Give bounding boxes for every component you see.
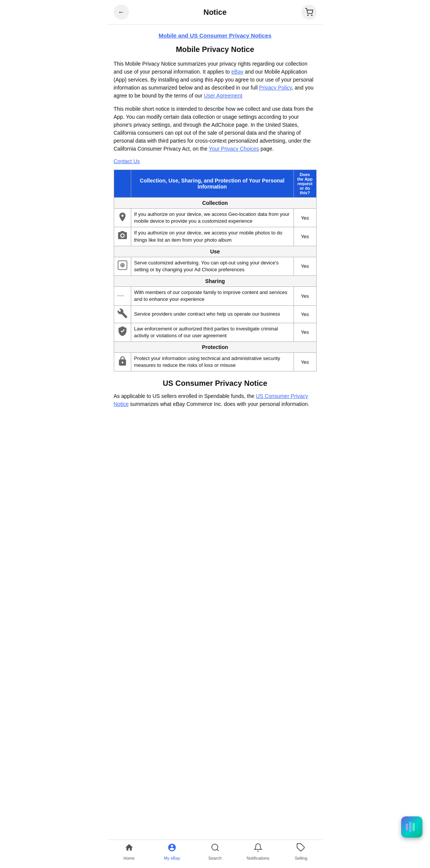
- main-content: Mobile and US Consumer Privacy Notices M…: [108, 25, 323, 459]
- corporate-desc: With members of our corporate family to …: [131, 287, 293, 305]
- table-main-header: Collection, Use, Sharing, and Protection…: [131, 170, 293, 198]
- lock-icon: [117, 356, 128, 366]
- us-consumer-privacy-link[interactable]: US Consumer Privacy Notice: [114, 393, 308, 407]
- location-icon: [117, 212, 128, 222]
- user-agreement-link[interactable]: User Agreement: [204, 93, 242, 99]
- us-consumer-text: As applicable to US sellers enrolled in …: [114, 392, 317, 408]
- corporate-icon: ebayinc: [117, 290, 128, 300]
- mobile-privacy-title: Mobile Privacy Notice: [114, 45, 317, 54]
- svg-point-1: [311, 15, 312, 16]
- back-button[interactable]: ←: [114, 5, 129, 20]
- svg-point-0: [308, 15, 308, 16]
- law-shield-icon: [117, 326, 128, 337]
- us-consumer-title: US Consumer Privacy Notice: [114, 379, 317, 388]
- table-icon-header: [114, 170, 131, 198]
- law-enforcement-desc: Law enforcement or authorized third part…: [131, 323, 293, 341]
- geo-location-answer: Yes: [293, 209, 316, 227]
- protection-label: Protection: [114, 341, 316, 352]
- page-title: Notice: [203, 8, 226, 17]
- table-row: If you authorize on your device, we acce…: [114, 209, 316, 227]
- collection-section-row: Collection: [114, 198, 316, 209]
- cart-icon: [305, 8, 313, 16]
- photos-answer: Yes: [293, 227, 316, 246]
- privacy-policy-link[interactable]: Privacy Policy: [259, 85, 292, 91]
- corporate-answer: Yes: [293, 287, 316, 305]
- geo-location-desc: If you authorize on your device, we acce…: [131, 209, 293, 227]
- camera-icon-cell: [114, 227, 131, 246]
- shield-icon-cell: [114, 323, 131, 341]
- service-providers-desc: Service providers under contract who hel…: [131, 305, 293, 323]
- adchoice-icon: [117, 260, 128, 270]
- contact-us-link[interactable]: Contact Us: [114, 158, 317, 164]
- protection-section-row: Protection: [114, 341, 316, 352]
- table-row: Service providers under contract who hel…: [114, 305, 316, 323]
- header: ← Notice: [108, 0, 323, 25]
- paragraph1: This Mobile Privacy Notice summarizes yo…: [114, 60, 317, 100]
- adchoice-answer: Yes: [293, 257, 316, 275]
- adchoice-icon-cell: [114, 257, 131, 275]
- use-label: Use: [114, 246, 316, 257]
- svg-text:ebayinc: ebayinc: [117, 294, 124, 297]
- table-row: Law enforcement or authorized third part…: [114, 323, 316, 341]
- table-does-header: Does the App request or do this?: [293, 170, 316, 198]
- paragraph2: This mobile short notice is intended to …: [114, 105, 317, 153]
- collection-label: Collection: [114, 198, 316, 209]
- adchoice-desc: Serve customized advertising. You can op…: [131, 257, 293, 275]
- location-icon-cell: [114, 209, 131, 227]
- cart-button[interactable]: [301, 5, 317, 20]
- mobile-us-privacy-link[interactable]: Mobile and US Consumer Privacy Notices: [159, 32, 271, 39]
- top-link-container: Mobile and US Consumer Privacy Notices: [114, 32, 317, 39]
- tools-icon-cell: [114, 305, 131, 323]
- table-row: ebayinc With members of our corporate fa…: [114, 287, 316, 305]
- ebay-link[interactable]: eBay: [231, 69, 243, 75]
- table-row: If you authorize on your device, we acce…: [114, 227, 316, 246]
- table-row: Serve customized advertising. You can op…: [114, 257, 316, 275]
- photos-desc: If you authorize on your device, we acce…: [131, 227, 293, 246]
- privacy-table: Collection, Use, Sharing, and Protection…: [114, 170, 317, 371]
- tools-icon: [117, 308, 128, 319]
- sharing-label: Sharing: [114, 276, 316, 287]
- sharing-section-row: Sharing: [114, 276, 316, 287]
- protection-desc: Protect your information using technical…: [131, 352, 293, 371]
- service-providers-answer: Yes: [293, 305, 316, 323]
- protection-answer: Yes: [293, 352, 316, 371]
- corporate-icon-cell: ebayinc: [114, 287, 131, 305]
- law-enforcement-answer: Yes: [293, 323, 316, 341]
- camera-icon: [117, 230, 128, 241]
- lock-icon-cell: [114, 352, 131, 371]
- your-privacy-choices-link[interactable]: Your Privacy Choices: [209, 146, 259, 152]
- table-row: Protect your information using technical…: [114, 352, 316, 371]
- use-section-row: Use: [114, 246, 316, 257]
